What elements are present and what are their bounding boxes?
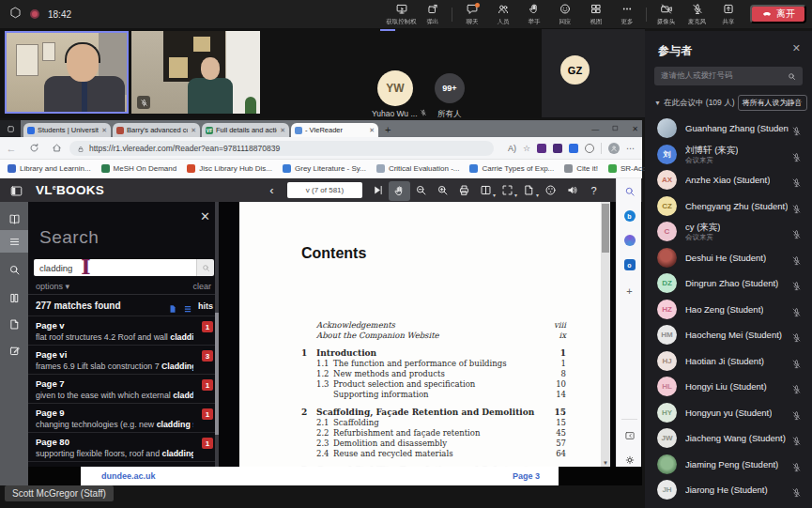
- mic-muted-icon[interactable]: [791, 304, 802, 315]
- toc-row[interactable]: Acknowledgementsviii: [301, 320, 566, 331]
- read-aloud-icon[interactable]: A): [508, 144, 516, 153]
- fullscreen-icon[interactable]: ▾: [497, 178, 518, 202]
- panel-collapse-icon[interactable]: [617, 426, 642, 445]
- participant-row[interactable]: HJHaotian Ji (Student): [645, 348, 812, 375]
- chevron-down-icon[interactable]: ▼: [654, 100, 661, 106]
- toc-list-icon[interactable]: [0, 230, 28, 253]
- tab-close-icon[interactable]: ✕: [191, 127, 196, 134]
- participant-row[interactable]: Deshui He (Student): [645, 245, 812, 271]
- toc-row[interactable]: 1.1The function and performance of build…: [301, 359, 566, 369]
- participant-row[interactable]: Guanhang Zhang (Student): [645, 115, 812, 142]
- mic-muted-icon[interactable]: [791, 123, 802, 133]
- toc-row[interactable]: About the Companion Websiteix: [301, 331, 566, 341]
- mic-muted-icon[interactable]: [791, 330, 802, 340]
- toc-row[interactable]: 2.4Reuse and recycled materials64: [301, 449, 566, 459]
- extension-icon[interactable]: [553, 144, 562, 153]
- bookmark-item[interactable]: Critical Evaluation -...: [376, 164, 460, 173]
- toc-row[interactable]: Supporting information14: [301, 390, 566, 400]
- invite-search-field[interactable]: 邀请他人或拨打号码: [654, 67, 803, 85]
- restore-button[interactable]: [612, 125, 619, 133]
- toc-row[interactable]: 1.3Product selection and specification10: [301, 379, 566, 390]
- screen-control-button[interactable]: 获取控制权: [386, 3, 417, 25]
- browser-tab[interactable]: - VleReader✕: [291, 123, 378, 137]
- security-shield-icon[interactable]: [9, 6, 22, 23]
- extension-icon[interactable]: [537, 144, 546, 153]
- notes-icon[interactable]: [0, 313, 28, 335]
- toc-row[interactable]: 1Introduction1: [301, 347, 566, 359]
- mic-muted-icon[interactable]: [791, 459, 802, 470]
- video-tile-gz[interactable]: GZ: [542, 29, 645, 117]
- browser-menu-icon[interactable]: ⋯: [626, 144, 635, 153]
- page-number-input[interactable]: v (7 of 581): [287, 182, 362, 198]
- toc-row[interactable]: 2.2Refurbishment and façade retention45: [301, 428, 566, 439]
- mic-muted-icon[interactable]: [791, 381, 802, 392]
- two-page-icon[interactable]: [0, 286, 28, 309]
- search-result[interactable]: Page 80supporting flexible floors, roof …: [28, 433, 219, 462]
- mic-muted-icon[interactable]: [791, 253, 802, 263]
- more-button[interactable]: 更多: [611, 3, 642, 25]
- next-page-icon[interactable]: [367, 178, 389, 202]
- search-result[interactable]: Page viframes 6.9 Lift slab construction…: [28, 346, 219, 375]
- bookmark-item[interactable]: Grey Literature - Sy...: [283, 164, 366, 173]
- bookmark-item[interactable]: Carrie Types of Exp...: [469, 164, 554, 173]
- search-options-link[interactable]: options ▾: [36, 282, 69, 291]
- bookmark-item[interactable]: Library and Learnin...: [8, 164, 91, 173]
- extension-icon[interactable]: [569, 144, 578, 153]
- search-panel-scrollbar[interactable]: [215, 202, 219, 467]
- participant-row[interactable]: JWJiacheng Wang (Student): [645, 425, 812, 452]
- mic-muted-icon[interactable]: [791, 175, 802, 185]
- participant-row[interactable]: JHJiarong He (Student): [645, 477, 812, 503]
- participant-row[interactable]: CZChengyang Zhu (Student): [645, 193, 812, 220]
- leave-meeting-button[interactable]: 离开: [750, 5, 806, 23]
- back-button[interactable]: ←: [0, 143, 23, 154]
- tab-actions-icon[interactable]: [0, 120, 21, 137]
- raise-hand-button[interactable]: 举手: [518, 3, 549, 25]
- participant-row[interactable]: DZDingrun Zhao (Student): [645, 270, 812, 297]
- refresh-button[interactable]: [23, 143, 45, 153]
- favorite-star-icon[interactable]: ☆: [523, 144, 530, 153]
- search-tool-icon[interactable]: [0, 258, 28, 281]
- scrollbar-thumb[interactable]: [602, 204, 609, 253]
- mic-off-button[interactable]: 麦克风: [682, 3, 712, 25]
- print-icon[interactable]: [453, 178, 475, 202]
- bookmark-item[interactable]: MeSH On Demand: [101, 164, 177, 173]
- document-options-icon[interactable]: ▾: [518, 178, 540, 202]
- camera-off-button[interactable]: 摄像头: [651, 3, 682, 25]
- bing-chat-icon[interactable]: b: [617, 207, 642, 225]
- institution-link[interactable]: dundee.ac.uk: [101, 471, 156, 481]
- mic-muted-icon[interactable]: [791, 433, 802, 443]
- help-icon[interactable]: ?: [583, 178, 605, 202]
- video-tile-participant[interactable]: [131, 31, 260, 114]
- popout-button[interactable]: 弹出: [417, 3, 448, 25]
- previous-page-icon[interactable]: ‹: [261, 178, 283, 202]
- m365-icon[interactable]: [617, 231, 642, 250]
- page-scrollbar[interactable]: ▼: [601, 202, 610, 467]
- extension-icon[interactable]: [585, 144, 594, 153]
- mute-all-button[interactable]: 将所有人设为静音: [738, 95, 807, 111]
- view-button[interactable]: 视图: [580, 3, 611, 25]
- participant-row[interactable]: Jiaming Peng (Student): [645, 452, 812, 478]
- zoom-out-icon[interactable]: [410, 178, 432, 202]
- participant-row[interactable]: HLHongyi Liu (Student): [645, 374, 812, 400]
- people-button[interactable]: 人员: [487, 3, 518, 25]
- scroll-down-icon[interactable]: ▼: [601, 460, 610, 466]
- bookmark-item[interactable]: Jisc Library Hub Dis...: [187, 164, 272, 173]
- close-button[interactable]: ✕: [632, 125, 638, 133]
- sidebar-toggle-icon[interactable]: [9, 184, 24, 197]
- page-layout-icon[interactable]: ▾: [475, 178, 497, 202]
- browser-tab[interactable]: Barry's advanced construction of✕: [113, 123, 200, 137]
- mic-muted-icon[interactable]: [791, 201, 802, 211]
- minimize-button[interactable]: —: [591, 125, 599, 133]
- share-button[interactable]: 共享: [712, 3, 743, 25]
- close-search-icon[interactable]: ✕: [200, 209, 210, 223]
- reaction-button[interactable]: 回应: [549, 3, 580, 25]
- hand-pan-tool-icon[interactable]: [389, 181, 410, 201]
- participant-row[interactable]: HYHongyun yu (Student): [645, 400, 812, 426]
- toc-row[interactable]: 2Scaffolding, Façade Retention and Demol…: [301, 407, 566, 418]
- tab-close-icon[interactable]: ✕: [101, 127, 107, 134]
- avatar-everyone[interactable]: 99+: [435, 73, 465, 103]
- audio-icon[interactable]: [561, 178, 583, 202]
- book-view-icon[interactable]: [0, 208, 28, 230]
- home-button[interactable]: [45, 143, 68, 153]
- add-sidebar-icon[interactable]: +: [617, 282, 642, 300]
